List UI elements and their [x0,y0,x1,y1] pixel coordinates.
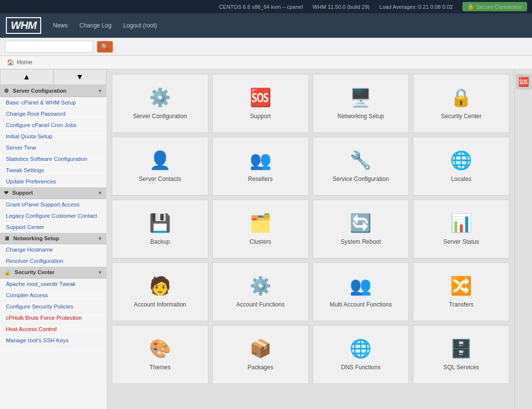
tile-backup[interactable]: 💾 Backup [112,200,208,258]
sidebar-item-legacy-configure-customer-contact[interactable]: Legacy Configure Customer Contact [0,210,106,222]
network-icon: 🖥 [4,235,9,241]
tile-networking-setup[interactable]: 🖥️ Networking Setup [313,74,409,133]
chevron-down-icon: ▼ [98,270,102,275]
tiles-grid: ⚙️ Server Configuration 🆘 Support 🖥️ Net… [112,74,509,384]
account-functions-icon: ⚙️ [250,276,272,296]
search-input[interactable] [5,41,93,52]
transfers-icon: 🔀 [450,276,472,296]
breadcrumb: 🏠 Home [0,56,532,69]
resellers-icon: 👥 [250,150,272,171]
tile-server-status[interactable]: 📊 Server Status [413,200,509,258]
sidebar-item-grant-cpanel-support-access[interactable]: Grant cPanel Support Access [0,199,106,210]
support-icon: 🆘 [250,87,272,108]
tile-security-center[interactable]: 🔒 Security Center [413,74,509,133]
sidebar-item-configure-cpanel-cron-jobs[interactable]: Configure cPanel Cron Jobs [0,120,106,131]
tile-label-sql-services: SQL Services [443,364,479,371]
nav-bar: WHM News Change Log Logout (root) [0,13,532,38]
sidebar-item-cphulk-brute-force[interactable]: cPHulk Brute Force Protection [0,312,106,324]
tile-label-packages: Packages [248,364,274,371]
chevron-down-icon: ▼ [98,236,102,241]
tile-label-multi-account-functions: Multi Account Functions [330,301,392,308]
tile-server-contacts[interactable]: 👤 Server Contacts [112,137,208,196]
sidebar-item-apache-mod-userdir-tweak[interactable]: Apache mod_userdir Tweak [0,279,106,290]
tile-support[interactable]: 🆘 Support [212,74,309,133]
server-configuration-icon: ⚙️ [149,87,171,108]
search-bar: 🔍 [0,38,532,56]
tile-transfers[interactable]: 🔀 Transfers [413,262,509,321]
tile-locales[interactable]: 🌐 Locales [413,137,509,196]
chevron-down-icon: ▼ [98,88,102,94]
system-reboot-icon: 🔄 [350,213,372,233]
sidebar-item-update-preferences[interactable]: Update Preferences [0,176,106,187]
nav-logout[interactable]: Logout (root) [123,22,157,29]
sidebar: ▲ ▼ ⚙ Server Configuration ▼ Basic cPane… [0,69,107,409]
tile-label-server-configuration: Server Configuration [133,113,187,120]
help-icon[interactable]: 🆘 [516,74,532,90]
sidebar-item-statistics-software-configuration[interactable]: Statistics Software Configuration [0,153,106,165]
tile-service-configuration[interactable]: 🔧 Service Configuration [313,137,409,196]
backup-icon: 💾 [149,213,171,233]
sidebar-item-change-root-password[interactable]: Change Root Password [0,108,106,120]
tile-packages[interactable]: 📦 Packages [212,325,309,384]
search-button[interactable]: 🔍 [97,41,113,52]
breadcrumb-home[interactable]: Home [17,59,32,66]
tile-account-information[interactable]: 🧑 Account Information [112,262,208,321]
account-information-icon: 🧑 [149,276,171,296]
sidebar-item-support-center[interactable]: Support Center [0,222,106,233]
lock-icon: 🔒 [467,3,474,10]
sidebar-section-server-configuration[interactable]: ⚙ Server Configuration ▼ [0,85,106,97]
sidebar-item-configure-security-policies[interactable]: Configure Security Policies [0,301,106,312]
nav-change-log[interactable]: Change Log [79,22,111,29]
sidebar-section-networking-setup[interactable]: 🖥 Networking Setup ▼ [0,233,106,244]
sidebar-section-security-center[interactable]: 🔒 Security Center ▼ [0,267,106,279]
tile-label-locales: Locales [451,176,471,182]
sidebar-section-support[interactable]: ❤ Support ▼ [0,187,106,199]
tile-label-security-center: Security Center [441,113,481,120]
multi-account-functions-icon: 👥 [350,276,372,296]
sidebar-down-button[interactable]: ▼ [53,69,107,85]
tile-sql-services[interactable]: 🗄️ SQL Services [413,325,509,384]
tile-label-resellers: Resellers [248,176,273,182]
nav-news[interactable]: News [53,22,68,29]
sidebar-item-resolver-configuration[interactable]: Resolver Configuration [0,256,106,267]
tile-system-reboot[interactable]: 🔄 System Reboot [313,200,409,258]
tile-label-account-functions: Account Functions [236,301,285,308]
sidebar-item-basic-cpanel-whm-setup[interactable]: Basic cPanel & WHM Setup [0,97,106,108]
whm-version: WHM 11.50.0 (build 29) [313,4,370,10]
tile-resellers[interactable]: 👥 Resellers [212,137,309,196]
tile-account-functions[interactable]: ⚙️ Account Functions [212,262,309,321]
tile-label-dns-functions: DNS Functions [341,364,381,371]
tile-label-themes: Themes [150,364,171,371]
service-configuration-icon: 🔧 [350,150,372,171]
tile-label-backup: Backup [150,238,170,245]
sidebar-item-change-hostname[interactable]: Change Hostname [0,244,106,256]
server-status-icon: 📊 [450,213,472,233]
tile-label-networking-setup: Networking Setup [338,113,384,120]
sidebar-nav-buttons: ▲ ▼ [0,69,106,85]
sidebar-item-host-access-control[interactable]: Host Access Control [0,324,106,335]
dns-functions-icon: 🌐 [350,338,372,359]
sidebar-item-compiler-access[interactable]: Compiler Access [0,290,106,301]
clusters-icon: 🗂️ [250,213,272,233]
secure-connection-badge: 🔒 Secure Connection [462,2,527,11]
sidebar-item-tweak-settings[interactable]: Tweak Settings [0,165,106,176]
sidebar-item-initial-quota-setup[interactable]: Initial Quota Setup [0,131,106,142]
sidebar-item-manage-root-ssh-keys[interactable]: Manage root's SSH Keys [0,335,106,346]
tile-multi-account-functions[interactable]: 👥 Multi Account Functions [313,262,409,321]
chevron-down-icon: ▼ [98,190,102,196]
sidebar-up-button[interactable]: ▲ [0,69,53,85]
tile-themes[interactable]: 🎨 Themes [112,325,208,384]
server-contacts-icon: 👤 [149,150,171,171]
whm-logo[interactable]: WHM [6,17,41,34]
tile-server-configuration[interactable]: ⚙️ Server Configuration [112,74,208,133]
content-area: ⚙️ Server Configuration 🆘 Support 🖥️ Net… [107,69,514,409]
tile-dns-functions[interactable]: 🌐 DNS Functions [313,325,409,384]
main-layout: ▲ ▼ ⚙ Server Configuration ▼ Basic cPane… [0,69,532,409]
tile-clusters[interactable]: 🗂️ Clusters [212,200,309,258]
packages-icon: 📦 [250,338,272,359]
tile-label-server-contacts: Server Contacts [139,176,181,182]
tile-label-clusters: Clusters [250,238,271,245]
tile-label-system-reboot: System Reboot [341,238,381,245]
tile-label-server-status: Server Status [443,238,479,245]
sidebar-item-server-time[interactable]: Server Time [0,142,106,153]
